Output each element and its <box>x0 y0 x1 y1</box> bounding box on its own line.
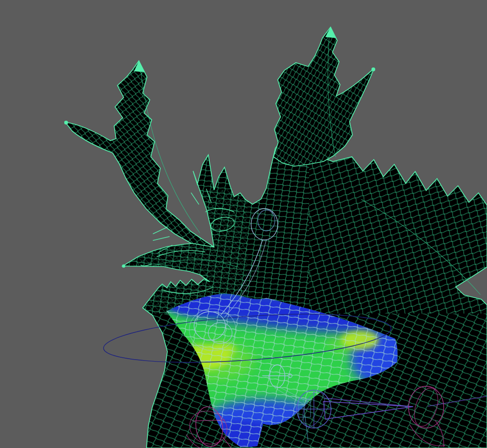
viewport-canvas[interactable] <box>0 0 487 448</box>
viewport[interactable] <box>0 0 487 448</box>
right-spur-tip-highlight <box>371 67 375 71</box>
mouth-spike-tip-highlight <box>122 265 126 268</box>
left-spur-tip-highlight <box>64 121 68 124</box>
